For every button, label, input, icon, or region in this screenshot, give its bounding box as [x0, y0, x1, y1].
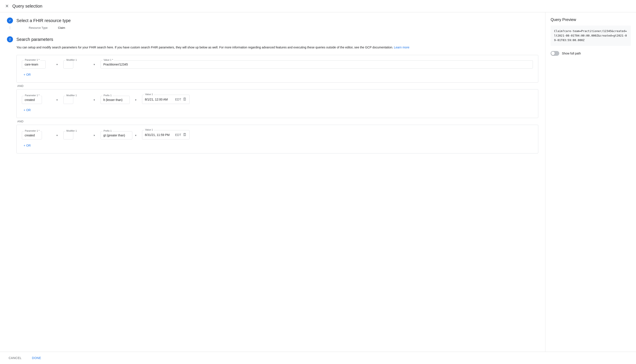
section-2-title: Search parameters [16, 37, 53, 42]
date-value-1-field: Value 1 8/1/21, 12:00 AM EDT 🗓 [142, 95, 190, 104]
modifier-2-select[interactable] [63, 96, 73, 104]
resource-type-label: Resource Type [29, 26, 48, 30]
toggle-slider [550, 51, 559, 56]
modifier-2-field: Modifier 1 [63, 96, 98, 104]
section-2-content: You can setup and modify search paramete… [7, 45, 538, 154]
section-1: ✓ Select a FHIR resource type Resource T… [7, 18, 538, 30]
parameter-3-label: Parameter 1 * [24, 130, 40, 132]
modifier-3-label: Modifier 1 [66, 130, 78, 132]
date-value-2-text: 8/31/21, 11:59 PM [145, 133, 174, 136]
param-card-2-row: Parameter 1 * created Modifier 1 [22, 95, 533, 104]
prefix-2-select[interactable]: gt (greater than) [100, 131, 132, 140]
date-value-2-input[interactable]: 8/31/21, 11:59 PM EDT 🗓 [142, 130, 190, 140]
date-value-2-field: Value 1 8/31/21, 11:59 PM EDT 🗓 [142, 130, 190, 140]
date-timezone-1: EDT [175, 98, 181, 101]
prefix-1-field: Prefix 1 lt (lesser than) [100, 96, 140, 104]
prefix-2-select-wrapper[interactable]: gt (greater than) [100, 131, 140, 140]
show-full-path-label: Show full path [562, 52, 581, 55]
date-value-2-label: Value 1 [144, 128, 154, 131]
date-timezone-2: EDT [175, 133, 181, 136]
prefix-2-field: Prefix 1 gt (greater than) [100, 131, 140, 140]
parameter-2-select[interactable]: created [22, 96, 42, 104]
right-panel: Query Preview Claim?care-team=Practition… [545, 12, 636, 352]
resource-type-row: Resource Type Claim [19, 26, 538, 30]
resource-type-value: Claim [58, 26, 65, 30]
section-1-header: ✓ Select a FHIR resource type [7, 18, 538, 24]
section-2: 2 Search parameters You can setup and mo… [7, 36, 538, 154]
dialog-title: Query selection [12, 4, 42, 9]
parameter-1-select-wrapper[interactable]: care-team [22, 60, 61, 68]
value-1-label: Value 1 * [103, 58, 114, 61]
step-2-number: 2 [9, 38, 11, 41]
or-label-1: OR [26, 73, 31, 76]
parameter-2-label: Parameter 1 * [24, 94, 40, 96]
modifier-1-select[interactable] [63, 60, 73, 68]
parameter-1-select[interactable]: care-team [22, 60, 46, 68]
left-panel: ✓ Select a FHIR resource type Resource T… [0, 12, 545, 352]
or-button-2[interactable]: + OR [22, 108, 32, 112]
main-layout: ✓ Select a FHIR resource type Resource T… [0, 12, 636, 352]
or-label-2: OR [26, 108, 31, 112]
and-label-1: AND [16, 84, 538, 88]
date-value-1-text: 8/1/21, 12:00 AM [145, 98, 174, 101]
prefix-1-label: Prefix 1 [103, 94, 112, 96]
show-full-path-toggle[interactable] [550, 51, 559, 56]
modifier-1-field: Modifier 1 [63, 60, 98, 68]
close-icon[interactable]: ✕ [5, 4, 9, 9]
parameter-1-field: Parameter 1 * care-team [22, 60, 61, 68]
or-button-3[interactable]: + OR [22, 143, 32, 148]
prefix-2-label: Prefix 1 [103, 130, 112, 132]
param-card-3: Parameter 1 * created Modifier 1 [16, 125, 538, 154]
modifier-3-field: Modifier 1 [63, 131, 98, 140]
param-card-2: Parameter 1 * created Modifier 1 [16, 89, 538, 118]
prefix-1-select[interactable]: lt (lesser than) [100, 96, 130, 104]
footer: CANCEL DONE [0, 352, 636, 364]
parameter-2-select-wrapper[interactable]: created [22, 96, 61, 104]
value-1-input[interactable] [100, 60, 533, 68]
param-card-1-row: Parameter 1 * care-team Modifier 1 [22, 60, 533, 68]
or-label-3: OR [26, 144, 31, 147]
checkmark-icon: ✓ [9, 19, 11, 22]
parameter-3-select-wrapper[interactable]: created [22, 131, 61, 140]
query-preview-title: Query Preview [550, 18, 631, 22]
calendar-icon-1[interactable]: 🗓 [183, 97, 187, 102]
or-plus-icon-3: + [24, 144, 25, 147]
step-1-icon: ✓ [7, 18, 13, 24]
modifier-1-label: Modifier 1 [66, 58, 78, 61]
modifier-3-select-wrapper[interactable] [63, 131, 98, 140]
param-card-3-row: Parameter 1 * created Modifier 1 [22, 130, 533, 140]
section-2-header: 2 Search parameters [7, 36, 538, 42]
modifier-1-select-wrapper[interactable] [63, 60, 98, 68]
show-full-path-row: Show full path [550, 51, 631, 56]
calendar-icon-2[interactable]: 🗓 [183, 132, 187, 137]
prefix-1-select-wrapper[interactable]: lt (lesser than) [100, 96, 140, 104]
dialog-header: ✕ Query selection [0, 0, 636, 12]
modifier-2-label: Modifier 1 [66, 94, 78, 96]
date-value-1-label: Value 1 [144, 93, 154, 96]
query-preview-box: Claim?care-team=Practitioner/12345&creat… [550, 26, 631, 46]
parameter-3-select[interactable]: created [22, 131, 42, 140]
or-plus-icon: + [24, 73, 25, 76]
step-2-icon: 2 [7, 36, 13, 42]
modifier-3-select[interactable] [63, 131, 73, 140]
learn-more-link[interactable]: Learn more [394, 46, 410, 49]
parameter-1-label: Parameter 1 * [24, 58, 40, 61]
and-label-2: AND [16, 120, 538, 123]
parameter-2-field: Parameter 1 * created [22, 96, 61, 104]
or-plus-icon-2: + [24, 108, 25, 112]
cancel-button[interactable]: CANCEL [5, 354, 25, 362]
section-2-description: You can setup and modify search paramete… [16, 45, 538, 50]
value-1-field: Value 1 * [100, 60, 533, 68]
param-card-1: Parameter 1 * care-team Modifier 1 [16, 55, 538, 82]
section-1-content: Resource Type Claim [10, 26, 538, 30]
section-1-title: Select a FHIR resource type [16, 18, 71, 23]
date-value-1-input[interactable]: 8/1/21, 12:00 AM EDT 🗓 [142, 95, 190, 104]
parameter-3-field: Parameter 1 * created [22, 131, 61, 140]
done-button[interactable]: DONE [28, 354, 44, 362]
or-button-1[interactable]: + OR [22, 72, 32, 77]
modifier-2-select-wrapper[interactable] [63, 96, 98, 104]
